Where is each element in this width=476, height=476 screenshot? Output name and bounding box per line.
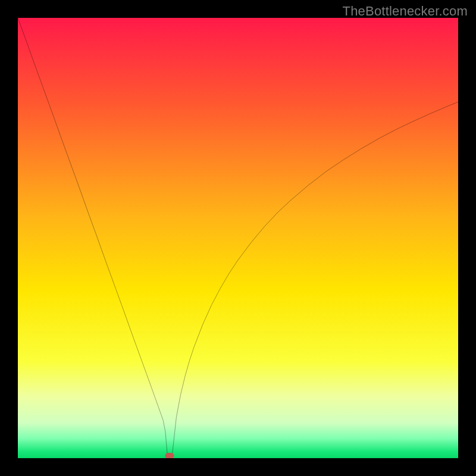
optimal-point-marker: [165, 453, 174, 458]
bottleneck-curve: [18, 18, 458, 458]
watermark-text: TheBottlenecker.com: [343, 4, 468, 19]
plot-area: [18, 18, 458, 458]
chart-frame: TheBottlenecker.com: [0, 0, 476, 476]
